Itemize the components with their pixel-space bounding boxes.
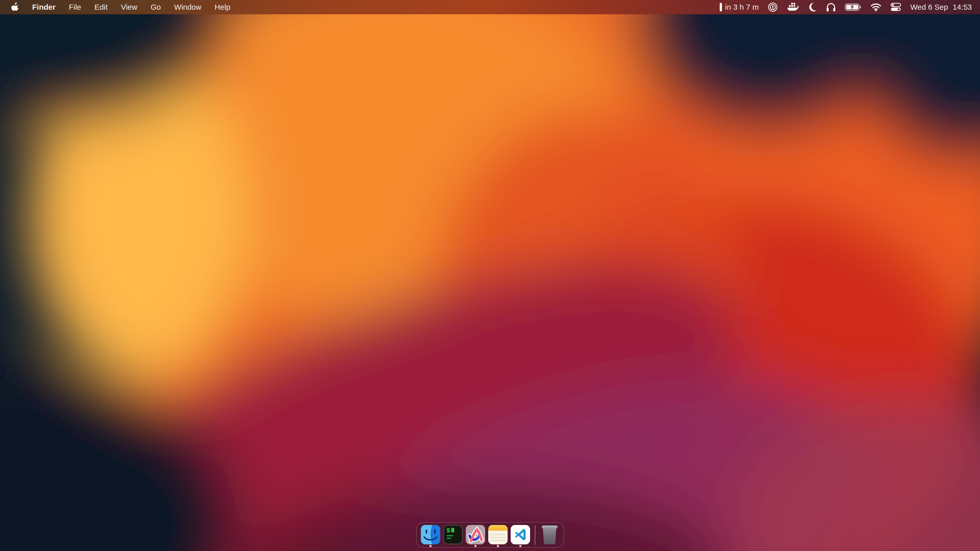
menu-file[interactable]: File <box>62 0 88 14</box>
terminal-icon: $ <box>443 525 463 545</box>
status-event-countdown[interactable]: in 3 h 7 m <box>715 0 763 14</box>
dock: $ <box>0 522 980 548</box>
vscode-icon <box>511 525 530 545</box>
control-center-icon <box>891 3 901 11</box>
wallpaper-ventura <box>0 0 980 551</box>
menu-window[interactable]: Window <box>167 0 208 14</box>
menu-bar-clock[interactable]: Wed 6 Sep 14:53 <box>906 0 977 14</box>
docker-whale-icon <box>787 2 799 12</box>
moon-icon <box>808 3 817 12</box>
dock-terminal[interactable]: $ <box>443 525 463 548</box>
clock-time: 14:53 <box>953 3 972 11</box>
menu-bar-status: in 3 h 7 m <box>715 0 977 14</box>
finder-icon <box>421 525 440 545</box>
running-indicator <box>474 545 476 547</box>
dock-finder[interactable] <box>421 525 440 548</box>
apple-logo-icon <box>11 2 19 12</box>
apple-menu[interactable] <box>6 0 25 14</box>
countdown-label: in 3 h 7 m <box>725 3 759 11</box>
status-1password[interactable] <box>763 0 782 14</box>
menu-go[interactable]: Go <box>144 0 167 14</box>
status-headphones[interactable] <box>821 0 840 14</box>
running-indicator <box>519 545 522 547</box>
clock-date: Wed 6 Sep <box>910 3 948 11</box>
dock-notes[interactable] <box>488 525 508 548</box>
dock-trash[interactable] <box>540 525 559 548</box>
dock-separator[interactable] <box>535 525 535 545</box>
menu-finder[interactable]: Finder <box>25 0 62 14</box>
running-indicator <box>429 545 431 547</box>
menu-bar-left: Finder File Edit View Go Window Help <box>6 0 237 14</box>
battery-charging-icon <box>845 3 861 11</box>
trash-icon <box>542 525 558 545</box>
desktop: Finder File Edit View Go Window Help in … <box>0 0 980 551</box>
headphones-icon <box>826 2 836 12</box>
status-control-center[interactable] <box>886 0 906 14</box>
dock-background: $ <box>416 522 564 548</box>
status-docker[interactable] <box>782 0 803 14</box>
notes-yellow-band <box>488 525 508 530</box>
status-battery[interactable] <box>840 0 866 14</box>
menu-edit[interactable]: Edit <box>88 0 115 14</box>
stylized-a-app-icon <box>466 525 485 545</box>
status-wifi[interactable] <box>866 0 886 14</box>
wifi-icon <box>870 3 881 11</box>
dock-vscode[interactable] <box>511 525 530 548</box>
menu-view[interactable]: View <box>115 0 144 14</box>
running-indicator <box>496 545 499 547</box>
dock-app-a[interactable] <box>466 525 485 548</box>
status-focus[interactable] <box>803 0 821 14</box>
1password-icon <box>768 2 778 12</box>
countdown-capsule-icon <box>720 3 722 11</box>
menu-bar: Finder File Edit View Go Window Help in … <box>0 0 980 14</box>
menu-help[interactable]: Help <box>208 0 237 14</box>
notes-icon <box>488 525 508 545</box>
